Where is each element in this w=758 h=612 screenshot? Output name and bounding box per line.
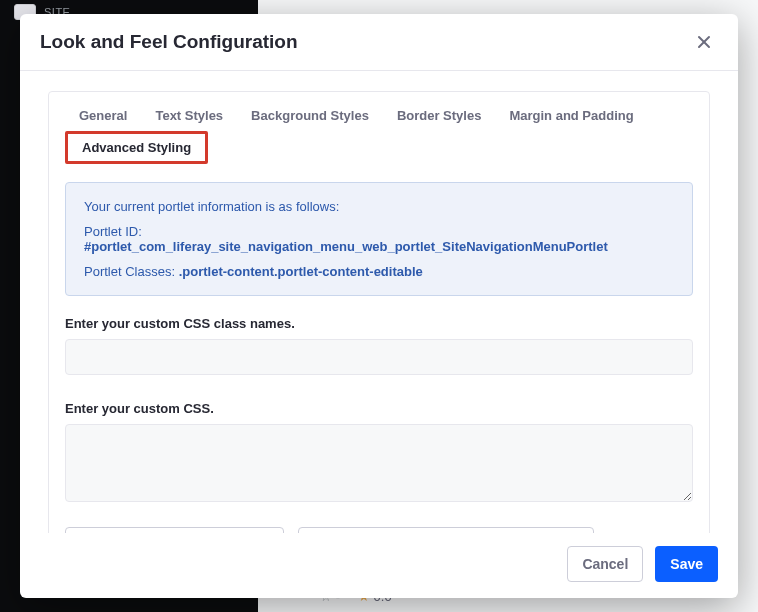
- close-icon: [696, 34, 712, 50]
- tab-margin-padding[interactable]: Margin and Padding: [495, 100, 647, 131]
- button-label: Save: [670, 556, 703, 572]
- portlet-classes-value: .portlet-content.portlet-content-editabl…: [179, 264, 423, 279]
- look-and-feel-modal: Look and Feel Configuration General Text…: [20, 14, 738, 598]
- portlet-classes-label: Portlet Classes:: [84, 264, 179, 279]
- info-portlet-classes: Portlet Classes: .portlet-content.portle…: [84, 264, 674, 279]
- close-button[interactable]: [690, 28, 718, 56]
- tab-label: Border Styles: [397, 108, 482, 123]
- info-intro: Your current portlet information is as f…: [84, 199, 674, 214]
- tab-text-styles[interactable]: Text Styles: [141, 100, 237, 131]
- tab-advanced-styling[interactable]: Advanced Styling: [65, 131, 208, 164]
- tab-label: Text Styles: [155, 108, 223, 123]
- tab-label: Margin and Padding: [509, 108, 633, 123]
- info-portlet-id: Portlet ID: #portlet_com_liferay_site_na…: [84, 224, 674, 254]
- css-classes-input[interactable]: [65, 339, 693, 375]
- custom-css-textarea[interactable]: [65, 424, 693, 502]
- button-label: Cancel: [582, 556, 628, 572]
- tab-label: Advanced Styling: [82, 140, 191, 155]
- modal-title: Look and Feel Configuration: [40, 31, 298, 53]
- tab-border-styles[interactable]: Border Styles: [383, 100, 496, 131]
- custom-css-label: Enter your custom CSS.: [65, 401, 693, 416]
- tab-background-styles[interactable]: Background Styles: [237, 100, 383, 131]
- config-sheet: General Text Styles Background Styles Bo…: [48, 91, 710, 533]
- css-classes-label: Enter your custom CSS class names.: [65, 316, 693, 331]
- tab-label: Background Styles: [251, 108, 369, 123]
- portlet-id-value: #portlet_com_liferay_site_navigation_men…: [84, 239, 608, 254]
- portlet-id-label: Portlet ID:: [84, 224, 674, 239]
- tab-bar: General Text Styles Background Styles Bo…: [65, 100, 693, 164]
- portlet-info-panel: Your current portlet information is as f…: [65, 182, 693, 296]
- modal-body: General Text Styles Background Styles Bo…: [20, 71, 738, 533]
- modal-header: Look and Feel Configuration: [20, 14, 738, 71]
- tab-label: General: [79, 108, 127, 123]
- tab-general[interactable]: General: [65, 100, 141, 131]
- cancel-button[interactable]: Cancel: [567, 546, 643, 582]
- save-button[interactable]: Save: [655, 546, 718, 582]
- modal-footer: Cancel Save: [20, 533, 738, 598]
